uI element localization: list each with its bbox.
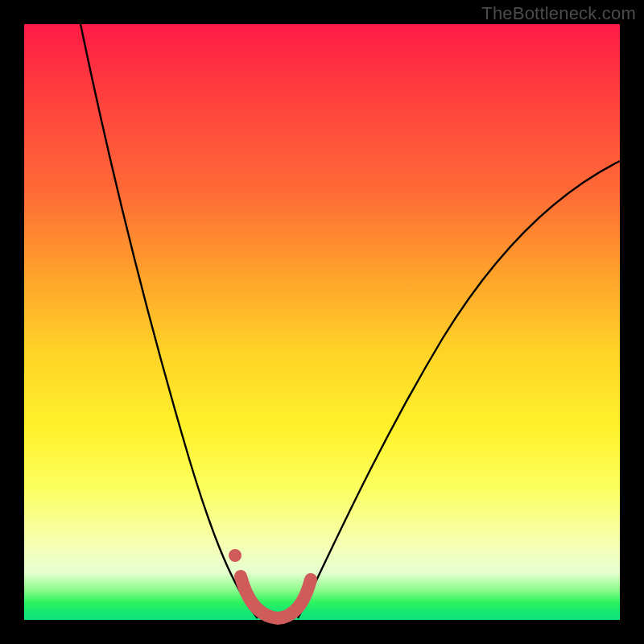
chart-svg <box>24 24 620 620</box>
watermark-text: TheBottleneck.com <box>481 3 636 24</box>
chart-frame <box>24 24 620 620</box>
valley-highlight <box>241 576 311 618</box>
valley-dot <box>229 549 242 562</box>
curve-left-branch <box>80 24 258 618</box>
curve-right-branch <box>298 161 620 618</box>
